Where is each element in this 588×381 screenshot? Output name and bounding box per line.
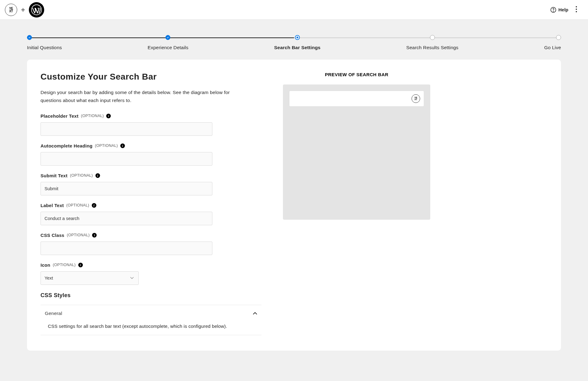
plus-icon: + <box>21 6 25 14</box>
chevron-up-icon <box>253 312 257 315</box>
step-label: Experience Details <box>148 45 188 50</box>
info-icon[interactable]: i <box>92 233 97 238</box>
header: YEXT + Help <box>0 0 588 20</box>
field-placeholder-text: Placeholder Text (Optional) i <box>41 113 261 136</box>
step-dot-upcoming <box>556 35 561 40</box>
preview-column: Preview of Search Bar YEXT <box>283 72 430 335</box>
accordion-toggle[interactable]: General <box>41 305 261 322</box>
css-class-input[interactable] <box>41 242 212 255</box>
step-label: Go Live <box>544 45 561 50</box>
step-dot-completed <box>165 35 170 40</box>
form-column: Customize Your Search Bar Design your se… <box>41 72 261 335</box>
step-initial-questions[interactable]: Initial Questions <box>27 35 62 50</box>
optional-badge: (Optional) <box>81 114 104 118</box>
icon-select[interactable]: Yext <box>41 271 139 285</box>
help-icon <box>550 7 556 13</box>
preview-box: YEXT <box>283 84 430 220</box>
more-menu-button[interactable] <box>574 5 578 15</box>
field-label: CSS Class <box>41 233 64 238</box>
accordion-title: General <box>45 311 62 316</box>
step-label: Search Results Settings <box>406 45 458 50</box>
svg-point-2 <box>553 11 554 11</box>
accordion-general: General CSS settings for all search bar … <box>41 305 261 335</box>
header-actions: Help <box>550 5 578 15</box>
page-description: Design your search bar by adding some of… <box>41 88 249 105</box>
stepper-container: Initial Questions Experience Details Sea… <box>0 20 588 60</box>
field-label: Placeholder Text <box>41 113 79 119</box>
info-icon[interactable]: i <box>120 143 125 148</box>
svg-point-5 <box>576 11 577 12</box>
help-link[interactable]: Help <box>550 7 568 13</box>
step-dot-current <box>295 35 300 40</box>
wordpress-logo-icon <box>29 2 44 18</box>
step-go-live[interactable]: Go Live <box>544 35 561 50</box>
optional-badge: (Optional) <box>95 143 118 148</box>
main-card: Customize Your Search Bar Design your se… <box>27 60 561 351</box>
svg-point-3 <box>576 6 577 7</box>
info-icon[interactable]: i <box>78 263 83 267</box>
info-icon[interactable]: i <box>95 173 100 178</box>
field-submit-text: Submit Text (Optional) i <box>41 173 261 195</box>
field-label-text: Label Text (Optional) i <box>41 203 261 225</box>
svg-point-4 <box>576 9 577 10</box>
optional-badge: (Optional) <box>66 203 89 207</box>
step-dot-upcoming <box>430 35 435 40</box>
yext-logo-icon: YEXT <box>5 4 17 16</box>
info-icon[interactable]: i <box>106 114 111 118</box>
field-label: Icon <box>41 262 50 268</box>
logo-group: YEXT + <box>5 2 44 18</box>
optional-badge: (Optional) <box>70 173 93 178</box>
stepper: Initial Questions Experience Details Sea… <box>27 35 561 50</box>
optional-badge: (Optional) <box>53 263 76 267</box>
step-search-bar-settings[interactable]: Search Bar Settings <box>274 35 320 50</box>
field-label: Label Text <box>41 203 64 208</box>
field-autocomplete-heading: Autocomplete Heading (Optional) i <box>41 143 261 166</box>
accordion-body: CSS settings for all search bar text (ex… <box>41 322 261 335</box>
optional-badge: (Optional) <box>67 233 90 237</box>
step-dot-completed <box>27 35 32 40</box>
step-label: Initial Questions <box>27 45 62 50</box>
label-text-input[interactable] <box>41 212 212 225</box>
dots-vertical-icon <box>576 6 577 12</box>
step-label: Search Bar Settings <box>274 45 320 50</box>
autocomplete-heading-input[interactable] <box>41 152 212 166</box>
page-title: Customize Your Search Bar <box>41 72 261 82</box>
placeholder-text-input[interactable] <box>41 122 212 136</box>
field-css-class: CSS Class (Optional) i <box>41 233 261 255</box>
submit-text-input[interactable] <box>41 182 212 195</box>
step-search-results-settings[interactable]: Search Results Settings <box>406 35 458 50</box>
info-icon[interactable]: i <box>92 203 96 208</box>
help-label: Help <box>558 7 568 12</box>
field-icon: Icon (Optional) i Yext <box>41 262 261 285</box>
preview-heading: Preview of Search Bar <box>283 72 430 77</box>
field-label: Autocomplete Heading <box>41 143 92 148</box>
step-experience-details[interactable]: Experience Details <box>148 35 188 50</box>
yext-icon: YEXT <box>412 94 420 103</box>
css-styles-heading: CSS Styles <box>41 292 261 299</box>
accordion-description: CSS settings for all search bar text (ex… <box>48 324 254 329</box>
search-bar-preview: YEXT <box>289 91 424 107</box>
field-label: Submit Text <box>41 173 68 178</box>
